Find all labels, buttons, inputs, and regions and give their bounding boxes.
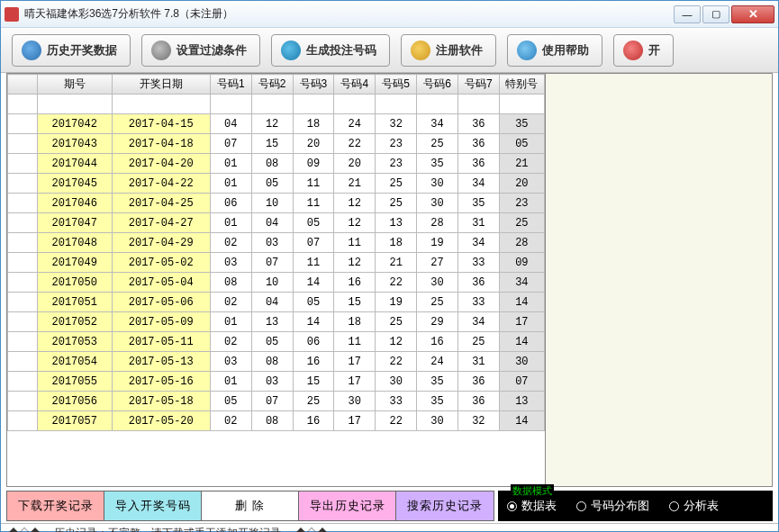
cell-number: 22 bbox=[334, 134, 376, 154]
table-body: 20170422017-04-1504121824323436352017043… bbox=[8, 95, 545, 431]
cell-number: 15 bbox=[293, 372, 334, 392]
table-row[interactable]: 20170452017-04-220105112125303420 bbox=[8, 174, 545, 194]
table-row-empty[interactable] bbox=[8, 95, 545, 114]
minimize-button[interactable]: — bbox=[674, 5, 701, 23]
cell-number: 04 bbox=[251, 213, 293, 233]
cell-number: 14 bbox=[293, 312, 334, 332]
cell-number: 34 bbox=[417, 114, 458, 134]
cell-number: 01 bbox=[210, 154, 251, 174]
cell-number: 02 bbox=[210, 332, 251, 352]
cell-number: 23 bbox=[376, 134, 417, 154]
col-issue: 期号 bbox=[37, 75, 112, 95]
cell-number: 22 bbox=[376, 352, 417, 372]
cell-issue: 2017045 bbox=[37, 174, 112, 194]
cell-number: 02 bbox=[210, 411, 251, 431]
cell-number: 36 bbox=[457, 372, 499, 392]
toolbar: 历史开奖数据 设置过滤条件 生成投注号码 注册软件 使用帮助 开 bbox=[1, 28, 778, 73]
cell-number: 13 bbox=[376, 213, 417, 233]
table-row[interactable]: 20170512017-05-060204051519253314 bbox=[8, 293, 545, 312]
cell-number: 13 bbox=[251, 312, 293, 332]
mode-distribution[interactable]: 号码分布图 bbox=[576, 498, 649, 514]
table-row[interactable]: 20170562017-05-180507253033353613 bbox=[8, 392, 545, 411]
cell-number: 12 bbox=[334, 253, 376, 273]
cell-issue: 2017044 bbox=[37, 154, 112, 174]
maximize-button[interactable]: ▢ bbox=[702, 5, 729, 23]
col-n3: 号码3 bbox=[293, 75, 334, 95]
col-special: 特别号 bbox=[499, 75, 544, 95]
table-row[interactable]: 20170422017-04-150412182432343635 bbox=[8, 114, 545, 134]
cell-number: 17 bbox=[334, 372, 376, 392]
table-row[interactable]: 20170542017-05-130308161722243130 bbox=[8, 352, 545, 372]
cell-number: 16 bbox=[417, 332, 458, 352]
cell-number: 03 bbox=[210, 253, 251, 273]
status-text: ◆◇◆→ 历史记录：不完整，请下载或手工添加开奖记录 ←◆◇◆ bbox=[8, 526, 328, 532]
table-row[interactable]: 20170492017-05-020307111221273309 bbox=[8, 253, 545, 273]
bottom-bar: 下载开奖记录 导入开奖号码 删 除 导出历史记录 搜索历史记录 数据模式 数据表… bbox=[6, 491, 773, 521]
cell-date: 2017-04-15 bbox=[112, 114, 210, 134]
filter-settings-button[interactable]: 设置过滤条件 bbox=[141, 34, 260, 67]
table-row[interactable]: 20170522017-05-090113141825293417 bbox=[8, 312, 545, 332]
cell-number: 36 bbox=[457, 114, 499, 134]
cell-number: 11 bbox=[334, 332, 376, 352]
col-date: 开奖日期 bbox=[112, 75, 210, 95]
cell-number: 01 bbox=[210, 372, 251, 392]
mode-analysis[interactable]: 分析表 bbox=[669, 498, 719, 514]
register-button[interactable]: 注册软件 bbox=[401, 34, 496, 67]
help-button[interactable]: 使用帮助 bbox=[507, 34, 602, 67]
col-n6: 号码6 bbox=[417, 75, 458, 95]
table-row[interactable]: 20170572017-05-200208161722303214 bbox=[8, 411, 545, 431]
delete-button[interactable]: 删 除 bbox=[202, 491, 299, 520]
cell-special: 30 bbox=[499, 352, 544, 372]
cell-issue: 2017055 bbox=[37, 372, 112, 392]
export-history-button[interactable]: 导出历史记录 bbox=[299, 491, 396, 520]
table-row[interactable]: 20170432017-04-180715202223253605 bbox=[8, 134, 545, 154]
table-row[interactable]: 20170442017-04-200108092023353621 bbox=[8, 154, 545, 174]
cell-number: 33 bbox=[457, 293, 499, 312]
table-row[interactable]: 20170532017-05-110205061112162514 bbox=[8, 332, 545, 352]
cell-number: 34 bbox=[457, 233, 499, 253]
cell-number: 11 bbox=[293, 194, 334, 213]
cell-number: 18 bbox=[293, 114, 334, 134]
cell-number: 08 bbox=[251, 352, 293, 372]
cell-number: 16 bbox=[293, 411, 334, 431]
cell-date: 2017-05-18 bbox=[112, 392, 210, 411]
cell-number: 11 bbox=[334, 233, 376, 253]
cell-number: 17 bbox=[334, 352, 376, 372]
history-data-button[interactable]: 历史开奖数据 bbox=[12, 34, 131, 67]
cell-special: 20 bbox=[499, 174, 544, 194]
close-button[interactable]: ✕ bbox=[731, 5, 774, 23]
cell-number: 16 bbox=[334, 273, 376, 293]
import-numbers-button[interactable]: 导入开奖号码 bbox=[104, 491, 202, 520]
col-n7: 号码7 bbox=[457, 75, 499, 95]
open-button[interactable]: 开 bbox=[613, 34, 674, 67]
window-title: 晴天福建体彩36选7分析软件 7.8（未注册） bbox=[24, 6, 674, 22]
cell-date: 2017-05-09 bbox=[112, 312, 210, 332]
cell-number: 04 bbox=[210, 114, 251, 134]
mode-data-table[interactable]: 数据表 bbox=[507, 498, 557, 514]
table-row[interactable]: 20170482017-04-290203071118193428 bbox=[8, 233, 545, 253]
table-row[interactable]: 20170552017-05-160103151730353607 bbox=[8, 372, 545, 392]
cell-number: 08 bbox=[251, 411, 293, 431]
col-n1: 号码1 bbox=[210, 75, 251, 95]
cell-number: 35 bbox=[417, 154, 458, 174]
cell-number: 25 bbox=[457, 332, 499, 352]
filter-icon bbox=[151, 41, 171, 60]
table-row[interactable]: 20170502017-05-040810141622303634 bbox=[8, 273, 545, 293]
lottery-table-pane[interactable]: 期号 开奖日期 号码1 号码2 号码3 号码4 号码5 号码6 号码7 特别号 … bbox=[7, 74, 545, 486]
cell-number: 36 bbox=[457, 273, 499, 293]
cell-special: 23 bbox=[499, 194, 544, 213]
generate-numbers-button[interactable]: 生成投注号码 bbox=[271, 34, 390, 67]
table-row[interactable]: 20170472017-04-270104051213283125 bbox=[8, 213, 545, 233]
col-n4: 号码4 bbox=[334, 75, 376, 95]
cell-special: 14 bbox=[499, 293, 544, 312]
radio-icon bbox=[507, 501, 517, 511]
cell-number: 27 bbox=[417, 253, 458, 273]
cell-issue: 2017056 bbox=[37, 392, 112, 411]
table-row[interactable]: 20170462017-04-250610111225303523 bbox=[8, 194, 545, 213]
cell-issue: 2017049 bbox=[37, 253, 112, 273]
download-records-button[interactable]: 下载开奖记录 bbox=[7, 491, 104, 520]
cell-number: 09 bbox=[293, 154, 334, 174]
cell-number: 17 bbox=[334, 411, 376, 431]
search-history-button[interactable]: 搜索历史记录 bbox=[396, 491, 494, 520]
cell-number: 25 bbox=[417, 134, 458, 154]
